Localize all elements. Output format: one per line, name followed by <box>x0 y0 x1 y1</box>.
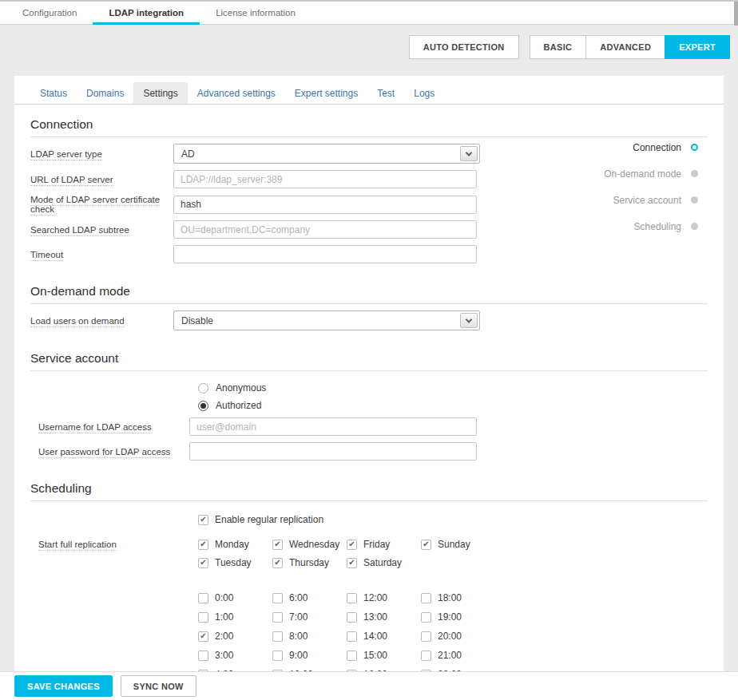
user-password-for-ldap-access-input[interactable] <box>189 442 477 461</box>
subtab-advanced-settings[interactable]: Advanced settings <box>188 82 285 104</box>
vertical-scrollbar-thumb[interactable] <box>734 2 738 26</box>
grid-cell-tuesday: ✔Tuesday <box>198 557 272 568</box>
searched-ldap-subtree-label: Searched LDAP subtree <box>30 225 173 235</box>
18-00-checkbox-label[interactable]: 18:00 <box>438 592 462 603</box>
checkbox-3-00[interactable] <box>198 651 208 661</box>
checkbox-sunday[interactable]: ✔ <box>421 540 431 550</box>
checkbox-tuesday[interactable]: ✔ <box>198 558 208 568</box>
url-of-ldap-server-input[interactable] <box>173 170 477 188</box>
grid-cell-12-00: 12:00 <box>347 592 421 603</box>
21-00-checkbox-label[interactable]: 21:00 <box>438 650 462 661</box>
14-00-checkbox-label[interactable]: 14:00 <box>363 631 387 642</box>
advanced-button[interactable]: ADVANCED <box>585 35 665 59</box>
checkbox-8-00[interactable] <box>272 631 283 642</box>
section-dot-icon <box>691 196 698 204</box>
scheduling-nav-label: Scheduling <box>634 221 681 232</box>
checkbox-6-00[interactable] <box>272 593 283 603</box>
grid-cell-15-00: 15:00 <box>347 650 421 661</box>
load-users-on-demand-select[interactable]: Disable <box>173 310 480 330</box>
anonymous-radio-label[interactable]: Anonymous <box>216 382 266 394</box>
username-for-ldap-access-input[interactable] <box>189 417 477 436</box>
checkbox-2-00[interactable]: ✔ <box>198 631 208 642</box>
checkbox-7-00[interactable] <box>272 612 283 623</box>
friday-checkbox-label[interactable]: Friday <box>363 539 390 550</box>
tab-license-information[interactable]: License information <box>200 2 311 24</box>
subtab-settings[interactable]: Settings <box>133 82 187 104</box>
main-tab-bar: ConfigurationLDAP integrationLicense inf… <box>0 2 738 25</box>
thursday-checkbox-label[interactable]: Thursday <box>289 557 329 568</box>
checkbox-monday[interactable]: ✔ <box>198 540 208 550</box>
monday-checkbox-label[interactable]: Monday <box>215 539 249 550</box>
subtab-test[interactable]: Test <box>367 82 404 104</box>
checkbox-12-00[interactable] <box>347 593 357 603</box>
radio-authorized[interactable] <box>198 401 208 411</box>
timeout-input[interactable] <box>173 245 477 263</box>
checkbox-friday[interactable]: ✔ <box>347 540 357 550</box>
searched-ldap-subtree-input[interactable] <box>173 220 477 239</box>
tab-configuration[interactable]: Configuration <box>6 2 93 24</box>
12-00-checkbox-label[interactable]: 12:00 <box>363 592 387 603</box>
expert-button[interactable]: EXPERT <box>665 35 730 59</box>
selected-option-label: Disable <box>181 315 213 326</box>
checkbox-18-00[interactable] <box>421 593 431 603</box>
13-00-checkbox-label[interactable]: 13:00 <box>363 611 387 623</box>
mode-toolbar: AUTO DETECTION BASICADVANCEDEXPERT <box>0 25 738 76</box>
connection-nav-label: Connection <box>633 142 681 153</box>
subtab-domains[interactable]: Domains <box>77 82 133 104</box>
6-00-checkbox-label[interactable]: 6:00 <box>289 592 308 603</box>
wednesday-checkbox-label[interactable]: Wednesday <box>289 539 339 550</box>
checkbox-wednesday[interactable]: ✔ <box>272 540 283 550</box>
grid-cell-0-00: 0:00 <box>198 592 272 603</box>
checkbox-thursday[interactable]: ✔ <box>272 558 283 568</box>
radio-anonymous[interactable] <box>198 383 208 394</box>
19-00-checkbox-label[interactable]: 19:00 <box>438 611 462 623</box>
grid-row: ✔2:008:0014:0020:00 <box>198 631 495 642</box>
sunday-checkbox-label[interactable]: Sunday <box>438 539 470 550</box>
mode-of-ldap-server-certificate-check-input[interactable] <box>173 196 477 214</box>
checkbox-21-00[interactable] <box>421 651 431 661</box>
8-00-checkbox-label[interactable]: 8:00 <box>289 631 308 642</box>
radio-row-anonymous: Anonymous <box>198 382 708 394</box>
tuesday-checkbox-label[interactable]: Tuesday <box>215 557 252 568</box>
checkbox-19-00[interactable] <box>421 612 431 623</box>
checkbox-20-00[interactable] <box>421 631 431 642</box>
sync-now-button[interactable]: SYNC NOW <box>121 675 196 697</box>
basic-button[interactable]: BASIC <box>530 35 586 59</box>
section-nav-service-account[interactable]: Service account <box>604 195 700 205</box>
subtab-logs[interactable]: Logs <box>404 82 444 104</box>
section-dot-icon <box>691 223 698 230</box>
1-00-checkbox-label[interactable]: 1:00 <box>215 611 233 623</box>
checkbox-9-00[interactable] <box>272 651 283 661</box>
subtab-expert-settings[interactable]: Expert settings <box>285 82 367 104</box>
subtab-status[interactable]: Status <box>30 82 77 104</box>
tab-ldap-integration[interactable]: LDAP integration <box>93 2 200 24</box>
2-00-checkbox-label[interactable]: 2:00 <box>215 631 233 642</box>
save-changes-button[interactable]: SAVE CHANGES <box>14 675 113 697</box>
section-nav-scheduling[interactable]: Scheduling <box>604 221 700 231</box>
grid-row: 1:007:0013:0019:00 <box>198 611 495 623</box>
checkbox-13-00[interactable] <box>347 612 357 623</box>
checkbox-saturday[interactable]: ✔ <box>347 558 357 568</box>
ldap-server-type-select[interactable]: AD <box>173 144 480 164</box>
7-00-checkbox-label[interactable]: 7:00 <box>289 611 308 623</box>
checkbox-0-00[interactable] <box>198 593 208 603</box>
0-00-checkbox-label[interactable]: 0:00 <box>215 592 233 603</box>
checkbox-1-00[interactable] <box>198 612 208 623</box>
checkbox-14-00[interactable] <box>347 631 357 642</box>
9-00-checkbox-label[interactable]: 9:00 <box>289 650 308 661</box>
20-00-checkbox-label[interactable]: 20:00 <box>438 631 462 642</box>
enable-regular-replication-checkbox-label[interactable]: Enable regular replication <box>215 514 323 525</box>
authorized-radio-label[interactable]: Authorized <box>216 400 261 411</box>
form-row-load-users-on-demand: Load users on demandDisable <box>30 310 708 330</box>
section-nav-on-demand-mode[interactable]: On-demand mode <box>604 168 700 179</box>
saturday-checkbox-label[interactable]: Saturday <box>363 557 402 568</box>
3-00-checkbox-label[interactable]: 3:00 <box>215 650 233 661</box>
checkbox-15-00[interactable] <box>347 651 357 661</box>
mode-toolbar-buttons: AUTO DETECTION BASICADVANCEDEXPERT <box>409 35 730 59</box>
checkbox-enable-regular-replication[interactable]: ✔ <box>198 515 208 525</box>
grid-cell-monday: ✔Monday <box>198 539 272 550</box>
section-nav-connection[interactable]: Connection <box>604 142 700 152</box>
auto-detection-button[interactable]: AUTO DETECTION <box>409 35 519 59</box>
15-00-checkbox-label[interactable]: 15:00 <box>363 650 387 661</box>
active-section-dot-icon <box>691 144 698 151</box>
